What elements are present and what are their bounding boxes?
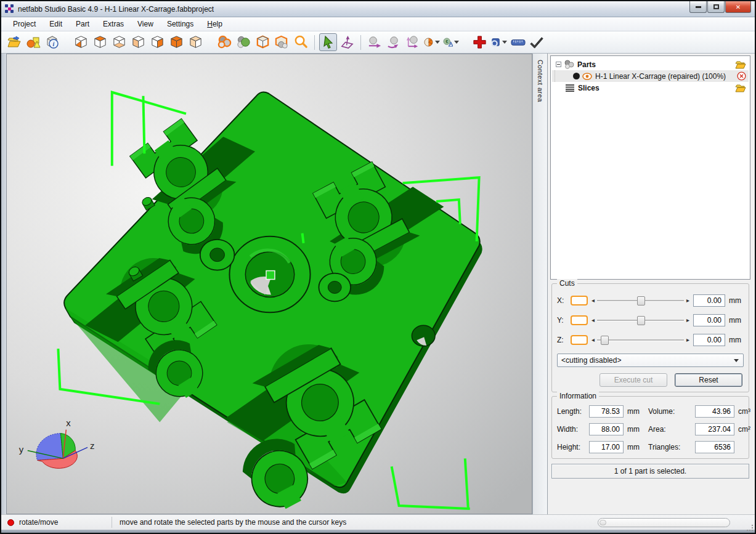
viewport-3d[interactable]: x y z — [6, 54, 532, 514]
cut-z-slider-thumb[interactable] — [601, 336, 609, 345]
information-legend: Information — [557, 392, 599, 400]
rotate-plane-button[interactable] — [338, 33, 356, 51]
select-part-button[interactable] — [235, 33, 253, 51]
menu-part[interactable]: Part — [70, 18, 95, 30]
window-title: netfabb Studio Basic 4.9 - H-1 Linear X-… — [18, 5, 689, 14]
view-top-icon — [92, 34, 108, 50]
repair-button[interactable] — [471, 33, 489, 51]
orientation-warning-button[interactable]: € — [442, 33, 460, 51]
add-parts-icon — [26, 35, 41, 50]
status-separator — [112, 517, 112, 528]
orientation-dropdown-caret-icon[interactable] — [454, 41, 459, 44]
add-parts-button[interactable] — [24, 33, 42, 51]
repair-cross-icon — [472, 34, 487, 50]
view-right-button[interactable] — [148, 33, 166, 51]
axis-x-label: x — [66, 418, 71, 428]
collapse-expander-icon[interactable] — [556, 62, 561, 67]
move-part-button[interactable] — [365, 33, 383, 51]
cut-sphere-button[interactable] — [423, 33, 441, 51]
menu-settings[interactable]: Settings — [161, 18, 199, 30]
cut-x-slider-thumb[interactable] — [637, 296, 645, 305]
cut-y-slider[interactable]: ◂ ▸ — [591, 315, 689, 326]
slice-button[interactable] — [490, 33, 508, 51]
chevron-down-icon — [734, 359, 739, 362]
zoom-to-parts-button[interactable] — [273, 33, 291, 51]
view-isometric-button[interactable] — [72, 33, 90, 51]
measure-button[interactable] — [509, 33, 527, 51]
remove-part-icon[interactable] — [737, 71, 746, 81]
slider-left-arrow-icon[interactable]: ◂ — [591, 317, 595, 323]
cutting-mode-value: <cutting disabled> — [561, 356, 621, 365]
context-area-strip[interactable]: Context area — [532, 54, 547, 514]
load-slice-folder-icon[interactable] — [735, 84, 746, 92]
tree-row-part-h1[interactable]: H-1 Linear X-Carrage (repaired) (100%) — [552, 70, 749, 82]
cut-x-slider[interactable]: ◂ ▸ — [591, 295, 689, 306]
view-front-button[interactable] — [168, 33, 185, 51]
zoom-to-all-button[interactable] — [254, 33, 272, 51]
maximize-button[interactable] — [707, 1, 725, 13]
cut-y-unit: mm — [729, 316, 744, 325]
slider-right-arrow-icon[interactable]: ▸ — [686, 297, 689, 304]
reset-button[interactable]: Reset — [675, 373, 742, 387]
area-label: Area: — [648, 425, 691, 434]
zoom-button[interactable] — [292, 33, 310, 51]
tree-row-parts[interactable]: Parts — [552, 59, 749, 70]
cut-y-input[interactable] — [693, 314, 725, 326]
netfabb-logo-icon — [5, 4, 14, 14]
view-back-button[interactable] — [187, 33, 205, 51]
load-part-folder-icon[interactable] — [735, 60, 746, 69]
part-visible-eye-icon[interactable] — [582, 73, 592, 80]
view-bottom-button[interactable] — [110, 33, 128, 51]
maximize-icon — [713, 4, 719, 9]
cut-z-toggle[interactable] — [571, 335, 588, 345]
status-bar: rotate/move move and rotate the selected… — [1, 514, 755, 530]
open-project-button[interactable] — [5, 33, 23, 51]
slider-right-arrow-icon[interactable]: ▸ — [686, 317, 689, 323]
menu-help[interactable]: Help — [201, 18, 228, 30]
apply-check-button[interactable] — [528, 33, 546, 51]
slider-left-arrow-icon[interactable]: ◂ — [591, 337, 595, 343]
scale-part-button[interactable] — [404, 33, 421, 51]
volume-value: 43.96 — [695, 405, 734, 418]
menu-view[interactable]: View — [132, 18, 159, 30]
select-part-icon — [236, 34, 251, 50]
slider-right-arrow-icon[interactable]: ▸ — [686, 337, 689, 343]
cut-z-unit: mm — [729, 336, 744, 344]
cut-x-input[interactable] — [693, 294, 725, 307]
cut-z-slider[interactable]: ◂ ▸ — [591, 334, 689, 346]
slice-dropdown-caret-icon[interactable] — [502, 41, 507, 44]
cut-y-slider-thumb[interactable] — [637, 316, 645, 325]
rotate-part-button[interactable] — [384, 33, 402, 51]
tree-row-slices[interactable]: Slices — [552, 82, 749, 94]
execute-cut-button[interactable]: Execute cut — [600, 373, 667, 387]
height-label: Height: — [557, 443, 585, 451]
cursor-select-button[interactable] — [319, 33, 337, 51]
cut-dropdown-caret-icon[interactable] — [435, 41, 440, 44]
view-top-button[interactable] — [91, 33, 109, 51]
scale-part-icon — [405, 34, 420, 50]
parts-label: Parts — [577, 60, 596, 69]
cut-y-toggle[interactable] — [571, 315, 588, 325]
volume-unit: cm³ — [738, 407, 756, 416]
close-button[interactable]: ✕ — [725, 1, 751, 13]
select-all-parts-button[interactable] — [216, 33, 234, 51]
menu-project[interactable]: Project — [7, 18, 41, 30]
menu-extras[interactable]: Extras — [97, 18, 129, 30]
menu-bar: Project Edit Part Extras View Settings H… — [1, 17, 755, 31]
triangles-value: 6536 — [695, 441, 734, 453]
parts-tree[interactable]: Parts H-1 Linear X-Carrage (repaired) (1… — [550, 55, 750, 280]
cut-x-toggle[interactable] — [571, 296, 588, 305]
cutting-mode-dropdown[interactable]: <cutting disabled> — [557, 354, 744, 367]
menu-edit[interactable]: Edit — [44, 18, 68, 30]
view-back-icon — [188, 34, 203, 50]
view-left-button[interactable] — [129, 33, 147, 51]
length-unit: mm — [627, 407, 644, 416]
minimize-button[interactable] — [689, 1, 707, 13]
volume-label: Volume: — [648, 407, 691, 416]
resize-grip[interactable] — [746, 524, 754, 532]
part-info-button[interactable]: i — [43, 33, 61, 51]
length-value: 78.53 — [589, 405, 624, 418]
cut-z-input[interactable] — [693, 334, 725, 346]
slider-left-arrow-icon[interactable]: ◂ — [591, 297, 595, 304]
cut-x-unit: mm — [729, 296, 744, 305]
